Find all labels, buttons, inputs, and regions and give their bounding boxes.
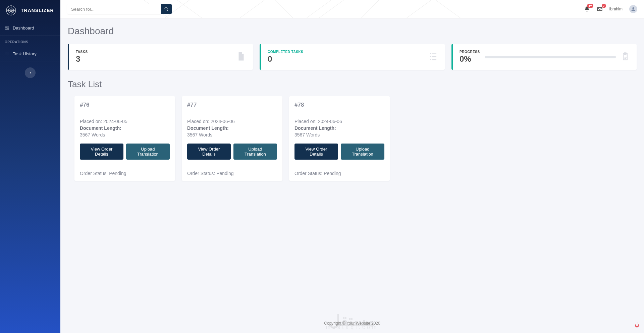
sidebar-item-label: Task History bbox=[13, 51, 37, 56]
upload-translation-button[interactable]: Upload Translation bbox=[341, 144, 384, 160]
dashboard-icon bbox=[5, 26, 9, 31]
stat-label: PROGRESS bbox=[460, 50, 480, 54]
view-order-details-button[interactable]: View Order Details bbox=[80, 144, 123, 160]
task-id: #77 bbox=[182, 96, 282, 114]
stat-value: 0% bbox=[460, 54, 480, 64]
sidebar-section-operations: OPERATIONS bbox=[0, 36, 60, 47]
stat-label: COMPLETED TASKS bbox=[268, 50, 303, 54]
page-title: Dashboard bbox=[68, 26, 637, 37]
footer: مستقل mostaql.com Copyright © Your Websi… bbox=[60, 312, 644, 333]
sidebar-item-task-history[interactable]: Task History bbox=[0, 47, 60, 61]
task-doc-length-value: 3567 Words bbox=[294, 132, 384, 137]
notifications-button[interactable]: 3+ bbox=[584, 6, 590, 12]
stat-value: 3 bbox=[76, 54, 88, 64]
section-title-task-list: Task List bbox=[68, 79, 637, 90]
task-card: #77 Placed on: 2024-06-06 Document Lengt… bbox=[182, 96, 282, 181]
notifications-badge: 3+ bbox=[587, 4, 593, 8]
task-order-status: Order Status: Pending bbox=[289, 166, 390, 181]
task-id: #76 bbox=[74, 96, 175, 114]
stat-value: 0 bbox=[268, 54, 303, 64]
task-doc-length-label: Document Length: bbox=[80, 125, 170, 131]
brand-name: TRANSLIZER bbox=[21, 8, 54, 13]
messages-badge: 7 bbox=[602, 4, 606, 8]
chevron-left-icon bbox=[29, 71, 32, 74]
view-order-details-button[interactable]: View Order Details bbox=[294, 144, 338, 160]
sidebar: TRANSLIZER Dashboard OPERATIONS Task His… bbox=[0, 0, 60, 333]
view-order-details-button[interactable]: View Order Details bbox=[187, 144, 231, 160]
sidebar-item-label: Dashboard bbox=[13, 25, 34, 31]
task-id: #78 bbox=[289, 96, 390, 114]
search-icon bbox=[164, 7, 169, 11]
task-doc-length-label: Document Length: bbox=[294, 125, 384, 131]
user-avatar[interactable] bbox=[629, 5, 637, 13]
checklist-icon bbox=[428, 51, 438, 63]
sidebar-collapse-button[interactable] bbox=[25, 67, 36, 78]
file-icon bbox=[236, 51, 246, 63]
upload-translation-button[interactable]: Upload Translation bbox=[126, 144, 170, 160]
username-label[interactable]: ibrahim bbox=[609, 7, 623, 11]
search-input[interactable] bbox=[67, 4, 161, 14]
task-doc-length-value: 3567 Words bbox=[80, 132, 170, 137]
stat-card-completed: COMPLETED TASKS 0 bbox=[260, 44, 445, 70]
clipboard-icon bbox=[621, 52, 630, 62]
stat-card-progress: PROGRESS 0% bbox=[451, 44, 637, 70]
task-doc-length-label: Document Length: bbox=[187, 125, 277, 131]
topbar: 3+ 7 ibrahim bbox=[60, 0, 644, 18]
watermark-text: مستقل bbox=[329, 312, 375, 330]
progress-bar bbox=[485, 56, 616, 58]
brand[interactable]: TRANSLIZER bbox=[0, 0, 60, 21]
task-placed-on: Placed on: 2024-06-05 bbox=[80, 119, 170, 124]
stat-label: TASKS bbox=[76, 50, 88, 54]
task-placed-on: Placed on: 2024-06-06 bbox=[294, 119, 384, 124]
task-placed-on: Placed on: 2024-06-06 bbox=[187, 119, 277, 124]
task-card: #76 Placed on: 2024-06-05 Document Lengt… bbox=[74, 96, 175, 181]
footer-copyright: Copyright © Your Website 2020 bbox=[60, 321, 644, 326]
task-doc-length-value: 3567 Words bbox=[187, 132, 277, 137]
list-icon bbox=[5, 52, 9, 56]
stat-card-tasks: TASKS 3 bbox=[68, 44, 253, 70]
task-card: #78 Placed on: 2024-06-06 Document Lengt… bbox=[289, 96, 390, 181]
brand-logo-icon bbox=[5, 4, 17, 17]
messages-button[interactable]: 7 bbox=[597, 6, 603, 12]
user-icon bbox=[631, 6, 636, 12]
upload-translation-button[interactable]: Upload Translation bbox=[233, 144, 277, 160]
search-button[interactable] bbox=[161, 4, 172, 14]
task-order-status: Order Status: Pending bbox=[182, 166, 282, 181]
task-order-status: Order Status: Pending bbox=[74, 166, 175, 181]
sidebar-item-dashboard[interactable]: Dashboard bbox=[0, 21, 60, 36]
